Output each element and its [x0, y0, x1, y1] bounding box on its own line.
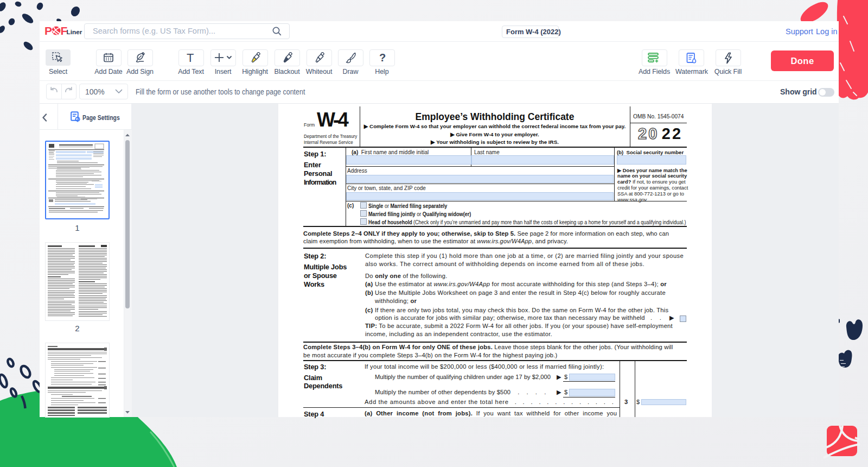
svg-text:Liner: Liner	[67, 28, 82, 36]
svg-text:P: P	[44, 26, 52, 36]
